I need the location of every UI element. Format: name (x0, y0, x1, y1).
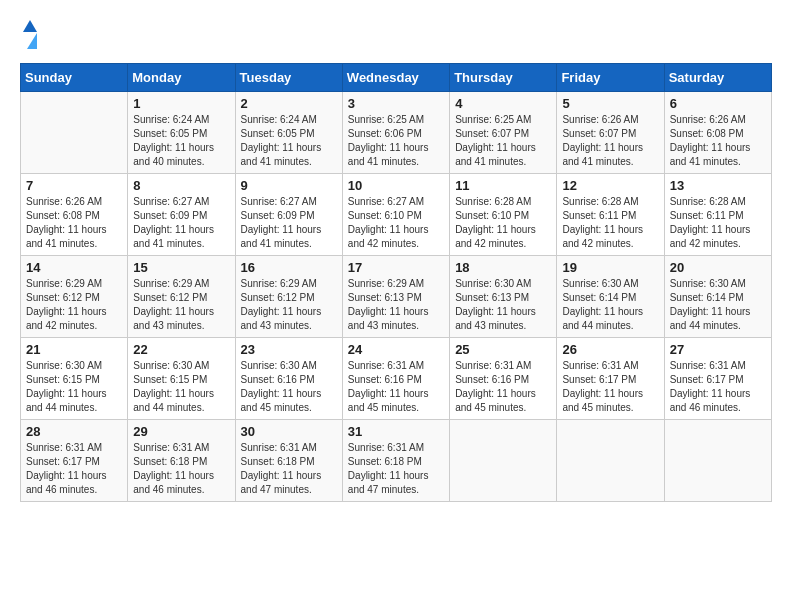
calendar-cell: 22Sunrise: 6:30 AM Sunset: 6:15 PM Dayli… (128, 338, 235, 420)
header-saturday: Saturday (664, 64, 771, 92)
day-number: 23 (241, 342, 337, 357)
day-number: 30 (241, 424, 337, 439)
calendar-cell: 31Sunrise: 6:31 AM Sunset: 6:18 PM Dayli… (342, 420, 449, 502)
day-number: 9 (241, 178, 337, 193)
calendar-cell: 4Sunrise: 6:25 AM Sunset: 6:07 PM Daylig… (450, 92, 557, 174)
calendar-cell: 13Sunrise: 6:28 AM Sunset: 6:11 PM Dayli… (664, 174, 771, 256)
cell-info: Sunrise: 6:31 AM Sunset: 6:17 PM Dayligh… (26, 441, 122, 497)
calendar-cell: 28Sunrise: 6:31 AM Sunset: 6:17 PM Dayli… (21, 420, 128, 502)
day-number: 10 (348, 178, 444, 193)
day-number: 11 (455, 178, 551, 193)
calendar-cell: 1Sunrise: 6:24 AM Sunset: 6:05 PM Daylig… (128, 92, 235, 174)
day-number: 4 (455, 96, 551, 111)
cell-info: Sunrise: 6:26 AM Sunset: 6:08 PM Dayligh… (670, 113, 766, 169)
cell-info: Sunrise: 6:27 AM Sunset: 6:09 PM Dayligh… (241, 195, 337, 251)
calendar-cell (450, 420, 557, 502)
day-number: 6 (670, 96, 766, 111)
calendar-cell: 9Sunrise: 6:27 AM Sunset: 6:09 PM Daylig… (235, 174, 342, 256)
calendar-cell: 27Sunrise: 6:31 AM Sunset: 6:17 PM Dayli… (664, 338, 771, 420)
cell-info: Sunrise: 6:25 AM Sunset: 6:07 PM Dayligh… (455, 113, 551, 169)
cell-info: Sunrise: 6:28 AM Sunset: 6:11 PM Dayligh… (562, 195, 658, 251)
cell-info: Sunrise: 6:31 AM Sunset: 6:18 PM Dayligh… (133, 441, 229, 497)
calendar-cell: 10Sunrise: 6:27 AM Sunset: 6:10 PM Dayli… (342, 174, 449, 256)
calendar-table: SundayMondayTuesdayWednesdayThursdayFrid… (20, 63, 772, 502)
calendar-cell: 17Sunrise: 6:29 AM Sunset: 6:13 PM Dayli… (342, 256, 449, 338)
calendar-week-row: 28Sunrise: 6:31 AM Sunset: 6:17 PM Dayli… (21, 420, 772, 502)
calendar-cell: 30Sunrise: 6:31 AM Sunset: 6:18 PM Dayli… (235, 420, 342, 502)
calendar-cell (21, 92, 128, 174)
calendar-cell (664, 420, 771, 502)
cell-info: Sunrise: 6:27 AM Sunset: 6:10 PM Dayligh… (348, 195, 444, 251)
day-number: 26 (562, 342, 658, 357)
day-number: 22 (133, 342, 229, 357)
cell-info: Sunrise: 6:29 AM Sunset: 6:13 PM Dayligh… (348, 277, 444, 333)
calendar-cell: 24Sunrise: 6:31 AM Sunset: 6:16 PM Dayli… (342, 338, 449, 420)
day-number: 28 (26, 424, 122, 439)
calendar-cell: 5Sunrise: 6:26 AM Sunset: 6:07 PM Daylig… (557, 92, 664, 174)
day-number: 13 (670, 178, 766, 193)
cell-info: Sunrise: 6:30 AM Sunset: 6:15 PM Dayligh… (133, 359, 229, 415)
day-number: 8 (133, 178, 229, 193)
day-number: 16 (241, 260, 337, 275)
calendar-week-row: 1Sunrise: 6:24 AM Sunset: 6:05 PM Daylig… (21, 92, 772, 174)
day-number: 25 (455, 342, 551, 357)
calendar-week-row: 21Sunrise: 6:30 AM Sunset: 6:15 PM Dayli… (21, 338, 772, 420)
day-number: 29 (133, 424, 229, 439)
calendar-cell: 18Sunrise: 6:30 AM Sunset: 6:13 PM Dayli… (450, 256, 557, 338)
header-wednesday: Wednesday (342, 64, 449, 92)
calendar-cell: 25Sunrise: 6:31 AM Sunset: 6:16 PM Dayli… (450, 338, 557, 420)
calendar-cell (557, 420, 664, 502)
calendar-header-row: SundayMondayTuesdayWednesdayThursdayFrid… (21, 64, 772, 92)
calendar-cell: 7Sunrise: 6:26 AM Sunset: 6:08 PM Daylig… (21, 174, 128, 256)
cell-info: Sunrise: 6:31 AM Sunset: 6:18 PM Dayligh… (241, 441, 337, 497)
calendar-cell: 16Sunrise: 6:29 AM Sunset: 6:12 PM Dayli… (235, 256, 342, 338)
calendar-cell: 6Sunrise: 6:26 AM Sunset: 6:08 PM Daylig… (664, 92, 771, 174)
calendar-cell: 19Sunrise: 6:30 AM Sunset: 6:14 PM Dayli… (557, 256, 664, 338)
calendar-cell: 12Sunrise: 6:28 AM Sunset: 6:11 PM Dayli… (557, 174, 664, 256)
cell-info: Sunrise: 6:31 AM Sunset: 6:17 PM Dayligh… (670, 359, 766, 415)
cell-info: Sunrise: 6:28 AM Sunset: 6:10 PM Dayligh… (455, 195, 551, 251)
cell-info: Sunrise: 6:31 AM Sunset: 6:18 PM Dayligh… (348, 441, 444, 497)
cell-info: Sunrise: 6:30 AM Sunset: 6:15 PM Dayligh… (26, 359, 122, 415)
cell-info: Sunrise: 6:24 AM Sunset: 6:05 PM Dayligh… (133, 113, 229, 169)
day-number: 27 (670, 342, 766, 357)
day-number: 19 (562, 260, 658, 275)
day-number: 2 (241, 96, 337, 111)
day-number: 21 (26, 342, 122, 357)
cell-info: Sunrise: 6:28 AM Sunset: 6:11 PM Dayligh… (670, 195, 766, 251)
day-number: 12 (562, 178, 658, 193)
header-tuesday: Tuesday (235, 64, 342, 92)
calendar-cell: 11Sunrise: 6:28 AM Sunset: 6:10 PM Dayli… (450, 174, 557, 256)
day-number: 1 (133, 96, 229, 111)
cell-info: Sunrise: 6:30 AM Sunset: 6:14 PM Dayligh… (562, 277, 658, 333)
cell-info: Sunrise: 6:30 AM Sunset: 6:13 PM Dayligh… (455, 277, 551, 333)
header-friday: Friday (557, 64, 664, 92)
cell-info: Sunrise: 6:30 AM Sunset: 6:16 PM Dayligh… (241, 359, 337, 415)
calendar-cell: 23Sunrise: 6:30 AM Sunset: 6:16 PM Dayli… (235, 338, 342, 420)
day-number: 5 (562, 96, 658, 111)
day-number: 15 (133, 260, 229, 275)
day-number: 24 (348, 342, 444, 357)
day-number: 18 (455, 260, 551, 275)
day-number: 7 (26, 178, 122, 193)
day-number: 20 (670, 260, 766, 275)
calendar-cell: 15Sunrise: 6:29 AM Sunset: 6:12 PM Dayli… (128, 256, 235, 338)
calendar-cell: 20Sunrise: 6:30 AM Sunset: 6:14 PM Dayli… (664, 256, 771, 338)
cell-info: Sunrise: 6:31 AM Sunset: 6:16 PM Dayligh… (348, 359, 444, 415)
day-number: 31 (348, 424, 444, 439)
cell-info: Sunrise: 6:26 AM Sunset: 6:07 PM Dayligh… (562, 113, 658, 169)
day-number: 17 (348, 260, 444, 275)
cell-info: Sunrise: 6:26 AM Sunset: 6:08 PM Dayligh… (26, 195, 122, 251)
cell-info: Sunrise: 6:29 AM Sunset: 6:12 PM Dayligh… (133, 277, 229, 333)
calendar-week-row: 7Sunrise: 6:26 AM Sunset: 6:08 PM Daylig… (21, 174, 772, 256)
calendar-cell: 3Sunrise: 6:25 AM Sunset: 6:06 PM Daylig… (342, 92, 449, 174)
cell-info: Sunrise: 6:29 AM Sunset: 6:12 PM Dayligh… (241, 277, 337, 333)
calendar-week-row: 14Sunrise: 6:29 AM Sunset: 6:12 PM Dayli… (21, 256, 772, 338)
day-number: 14 (26, 260, 122, 275)
cell-info: Sunrise: 6:27 AM Sunset: 6:09 PM Dayligh… (133, 195, 229, 251)
cell-info: Sunrise: 6:30 AM Sunset: 6:14 PM Dayligh… (670, 277, 766, 333)
calendar-cell: 21Sunrise: 6:30 AM Sunset: 6:15 PM Dayli… (21, 338, 128, 420)
cell-info: Sunrise: 6:31 AM Sunset: 6:17 PM Dayligh… (562, 359, 658, 415)
cell-info: Sunrise: 6:31 AM Sunset: 6:16 PM Dayligh… (455, 359, 551, 415)
calendar-cell: 2Sunrise: 6:24 AM Sunset: 6:05 PM Daylig… (235, 92, 342, 174)
